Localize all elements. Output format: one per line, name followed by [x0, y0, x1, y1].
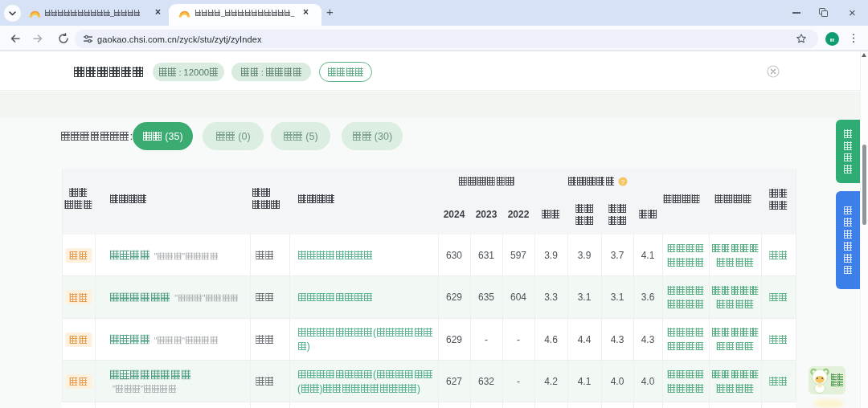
svg-text:?: ? — [621, 177, 625, 185]
